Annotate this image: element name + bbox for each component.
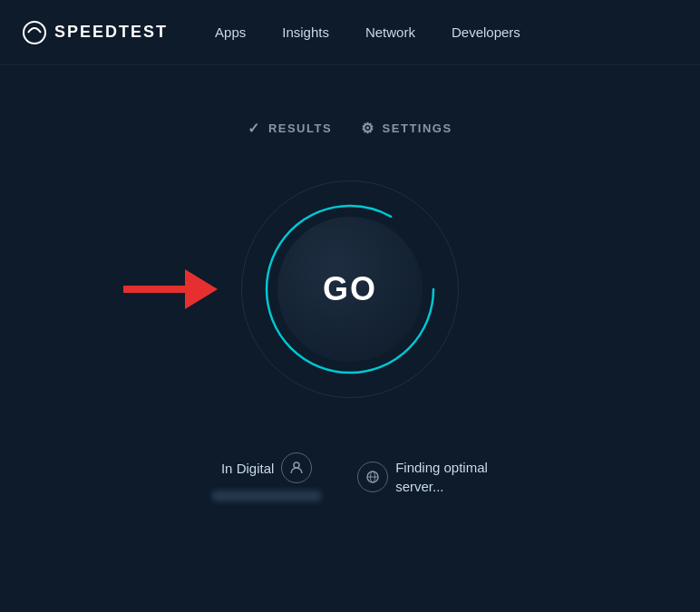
tab-settings[interactable]: ⚙ SETTINGS xyxy=(361,120,452,137)
main-content: ✓ RESULTS ⚙ SETTINGS GO xyxy=(0,65,700,501)
nav-links: Apps Insights Network Developers xyxy=(197,0,539,65)
tabs-bar: ✓ RESULTS ⚙ SETTINGS xyxy=(248,120,452,137)
nav-link-developers[interactable]: Developers xyxy=(433,0,539,65)
svg-point-0 xyxy=(24,22,45,44)
speedtest-logo-icon xyxy=(22,20,47,45)
server-line1: Finding optimal xyxy=(395,458,488,477)
server-line2: server... xyxy=(395,477,488,496)
user-icon xyxy=(289,461,304,475)
results-check-icon: ✓ xyxy=(248,120,261,137)
arrow-head xyxy=(185,269,218,309)
location-section: In Digital xyxy=(212,452,321,501)
tab-results[interactable]: ✓ RESULTS xyxy=(248,120,332,137)
red-arrow xyxy=(123,269,218,309)
globe-icon-circle xyxy=(357,461,388,492)
location-row: In Digital xyxy=(221,452,312,483)
outer-ring: GO xyxy=(241,180,459,398)
svg-point-2 xyxy=(294,462,299,468)
arrow-tail xyxy=(123,286,187,293)
nav-link-insights[interactable]: Insights xyxy=(264,0,347,65)
location-label: In Digital xyxy=(221,461,274,476)
settings-gear-icon: ⚙ xyxy=(361,120,375,137)
blurred-address xyxy=(212,491,321,501)
nav-link-network[interactable]: Network xyxy=(347,0,433,65)
server-section: Finding optimal server... xyxy=(357,458,488,496)
globe-icon xyxy=(365,470,380,484)
server-text: Finding optimal server... xyxy=(395,458,488,496)
logo[interactable]: SPEEDTEST xyxy=(22,20,168,45)
go-label: GO xyxy=(323,270,377,308)
go-button-wrapper: GO xyxy=(264,203,436,375)
go-button[interactable]: GO xyxy=(277,217,423,362)
bottom-info: In Digital xyxy=(176,452,524,501)
speedtest-container: GO xyxy=(241,180,459,398)
logo-text: SPEEDTEST xyxy=(54,23,168,42)
tab-settings-label: SETTINGS xyxy=(383,121,452,135)
user-icon-circle[interactable] xyxy=(281,452,312,483)
server-row: Finding optimal server... xyxy=(357,458,488,496)
nav-link-apps[interactable]: Apps xyxy=(197,0,264,65)
navigation: SPEEDTEST Apps Insights Network Develope… xyxy=(0,0,700,65)
tab-results-label: RESULTS xyxy=(268,121,332,135)
